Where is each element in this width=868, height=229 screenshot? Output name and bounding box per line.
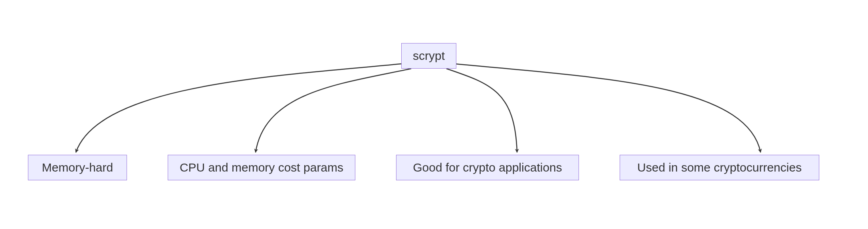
edge-scrypt-to-crypto-apps xyxy=(446,69,517,152)
node-memory-hard: Memory-hard xyxy=(28,155,127,180)
node-cryptocurrencies: Used in some cryptocurrencies xyxy=(620,155,819,180)
node-label: Memory-hard xyxy=(42,161,113,174)
node-label: Used in some cryptocurrencies xyxy=(637,161,802,174)
edge-scrypt-to-cryptocurrencies xyxy=(455,64,761,152)
node-scrypt: scrypt xyxy=(401,43,456,69)
diagram-edges xyxy=(0,0,868,229)
node-label: Good for crypto applications xyxy=(413,161,562,174)
edge-scrypt-to-memory-hard xyxy=(76,64,401,152)
node-label: CPU and memory cost params xyxy=(180,161,343,174)
node-label: scrypt xyxy=(413,49,445,63)
edge-scrypt-to-cost-params xyxy=(256,69,411,152)
node-crypto-apps: Good for crypto applications xyxy=(396,155,579,180)
node-cost-params: CPU and memory cost params xyxy=(168,155,355,180)
